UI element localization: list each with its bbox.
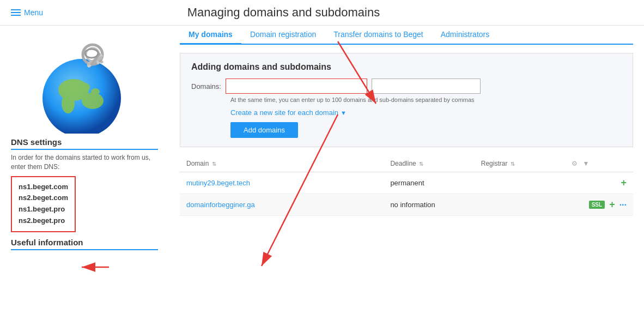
registrar-cell-2 bbox=[475, 194, 565, 216]
domain-link-2[interactable]: domainforbegginer.ga bbox=[186, 201, 255, 209]
menu-button[interactable]: Menu bbox=[11, 8, 43, 17]
col-header-registrar: Registrar ⇅ bbox=[475, 155, 565, 172]
svg-point-5 bbox=[79, 83, 90, 92]
dns-server-3: ns1.beget.pro bbox=[19, 204, 68, 215]
chevron-down-icon: ▼ bbox=[341, 110, 347, 116]
sidebar: DNS settings In order for the domains st… bbox=[0, 26, 169, 326]
col-header-actions: ⚙ ▼ bbox=[565, 155, 633, 172]
table-row: domainforbegginer.ga no information SSL … bbox=[180, 194, 633, 216]
svg-point-6 bbox=[91, 88, 100, 95]
dns-server-2: ns2.beget.com bbox=[19, 192, 68, 204]
create-site-link-text: Create a new site for each domain bbox=[230, 108, 338, 117]
sort-registrar-icon[interactable]: ⇅ bbox=[511, 161, 515, 167]
main-content: My domains Domain registration Transfer … bbox=[169, 26, 644, 326]
more-options-button[interactable]: ··· bbox=[619, 200, 627, 210]
dns-server-1: ns1.beget.com bbox=[19, 182, 68, 193]
add-domains-title: Adding domains and subdomains bbox=[191, 62, 622, 72]
tab-administrators[interactable]: Administrators bbox=[432, 26, 498, 45]
useful-info-title: Useful information bbox=[11, 238, 158, 250]
domain-link-1[interactable]: mutiny29.beget.tech bbox=[186, 179, 250, 187]
domains-input-primary[interactable] bbox=[226, 79, 367, 94]
add-domains-panel: Adding domains and subdomains Domains: A… bbox=[180, 53, 633, 147]
svg-point-4 bbox=[62, 94, 75, 113]
dns-description: In order for the domains started to work… bbox=[11, 153, 158, 172]
tabs-nav: My domains Domain registration Transfer … bbox=[180, 26, 633, 45]
domains-input-secondary[interactable] bbox=[372, 79, 481, 94]
add-icon-1[interactable]: + bbox=[621, 177, 627, 189]
domain-cell: domainforbegginer.ga bbox=[180, 194, 384, 216]
hamburger-icon bbox=[11, 9, 21, 16]
actions-cell-2: SSL + ··· bbox=[565, 194, 633, 216]
dns-server-4: ns2.beget.pro bbox=[19, 215, 68, 227]
dns-section: DNS settings In order for the domains st… bbox=[11, 137, 158, 238]
useful-info-section: Useful information bbox=[11, 238, 158, 250]
tab-domain-registration[interactable]: Domain registration bbox=[241, 26, 325, 45]
globe-image bbox=[30, 31, 139, 135]
domains-label: Domains: bbox=[191, 82, 221, 90]
col-header-domain: Domain ⇅ bbox=[180, 155, 384, 172]
add-icon-2[interactable]: + bbox=[609, 199, 615, 210]
sort-deadline-icon[interactable]: ⇅ bbox=[419, 161, 423, 167]
ssl-badge[interactable]: SSL bbox=[589, 201, 605, 209]
filter-icon[interactable]: ▼ bbox=[583, 160, 590, 167]
actions-cell-1: + bbox=[565, 172, 633, 194]
page-title: Managing domains and subdomains bbox=[187, 5, 489, 20]
menu-label: Menu bbox=[24, 8, 43, 17]
domains-hint: At the same time, you can enter up to 10… bbox=[230, 96, 622, 104]
tab-transfer-domains[interactable]: Transfer domains to Beget bbox=[325, 26, 432, 45]
domains-input-row: Domains: bbox=[191, 79, 622, 94]
deadline-cell-2: no information bbox=[384, 194, 474, 216]
deadline-cell-1: permanent bbox=[384, 172, 474, 194]
add-domains-button[interactable]: Add domains bbox=[230, 122, 298, 138]
sort-domain-icon[interactable]: ⇅ bbox=[212, 161, 216, 167]
col-header-deadline: Deadline ⇅ bbox=[384, 155, 474, 172]
tab-my-domains[interactable]: My domains bbox=[180, 26, 241, 45]
dns-title: DNS settings bbox=[11, 137, 158, 150]
svg-point-3 bbox=[82, 93, 104, 109]
create-site-link[interactable]: Create a new site for each domain ▼ bbox=[230, 108, 622, 117]
registrar-cell-1 bbox=[475, 172, 565, 194]
domain-cell: mutiny29.beget.tech bbox=[180, 172, 384, 194]
table-row: mutiny29.beget.tech permanent + bbox=[180, 172, 633, 194]
domains-table: Domain ⇅ Deadline ⇅ Registrar ⇅ ⚙ ▼ bbox=[180, 155, 633, 216]
settings-icon[interactable]: ⚙ bbox=[572, 160, 578, 167]
dns-servers-box: ns1.beget.com ns2.beget.com ns1.beget.pr… bbox=[11, 176, 76, 232]
